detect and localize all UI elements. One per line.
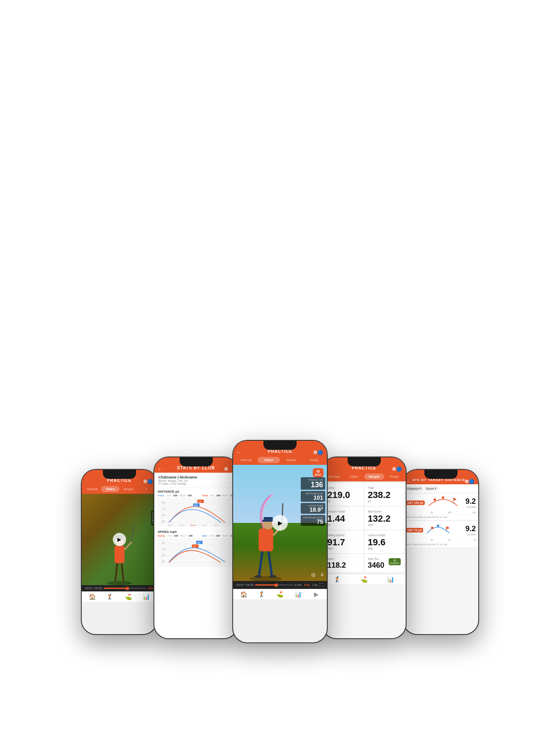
target-badge-2-or[interactable]: GET 70 yd — [406, 528, 423, 532]
distance-section-sl: DISTANCE yd Carry AVG 159 BEST 165 Total — [154, 488, 238, 528]
timeline-center: 03:57 / 06:30 0.25x 0.5x 1.0x ⛶ — [233, 581, 327, 589]
swing-label-sl: Swing AVG 159 BEST 165 — [158, 535, 192, 537]
nav-chart-c[interactable]: 📊 — [289, 591, 307, 598]
tab-simple-ol[interactable]: Simple — [119, 486, 137, 492]
tab-today-c[interactable]: Today — [303, 457, 326, 463]
spin-content-sr: Spin Ra... 3460 — [368, 557, 385, 569]
screen-second-right: PRACTICE ⚙ 🔵 Normal Video Simple Today C… — [322, 457, 406, 638]
gear-icon-sl[interactable]: ⚙ — [224, 466, 229, 472]
sort-controls-or: Distance ▾ Score ▾ — [403, 484, 478, 493]
svg-text:170: 170 — [162, 508, 166, 510]
timeline-bar-ol[interactable] — [104, 588, 146, 589]
tab-simple-c[interactable]: Simple — [280, 457, 303, 463]
target-row-1-or: GET 150 yd — [403, 494, 478, 520]
score-2-or: 9.2 SCORE — [465, 525, 476, 536]
list-icon-c[interactable]: ≡ — [321, 572, 324, 578]
carry-value-sr: 219.0 — [327, 491, 360, 500]
bt-icon-c[interactable]: 🔵 — [317, 450, 324, 455]
svg-point-41 — [269, 575, 277, 578]
screen-outer-right: ← ATS BY TARGET DISTANCE... ⚙ 🔵 Distance… — [403, 470, 478, 634]
nav-golf-sr[interactable]: 🏌 — [324, 576, 351, 583]
back-icon-sl[interactable]: ← — [158, 466, 163, 471]
tab-t-ol[interactable]: T — [137, 486, 155, 492]
phone-notch-sl — [180, 457, 213, 466]
svg-line-38 — [259, 549, 263, 576]
launch-overlay: Launch Angle 18.9° — [301, 503, 325, 514]
nav-flag-c[interactable]: ⛳ — [271, 591, 289, 598]
tab-video-sr[interactable]: Video — [344, 474, 364, 480]
svg-text:150: 150 — [162, 560, 166, 563]
bt-icon-ol[interactable]: 🔵 — [147, 479, 153, 484]
carry-unit-sr: yd — [327, 500, 360, 503]
svg-text:159: 159 — [193, 545, 197, 548]
svg-point-40 — [255, 575, 262, 578]
total-label-sr: Total — [368, 486, 401, 489]
golfer-swing-svg — [239, 490, 293, 581]
target-chart-1-or — [426, 496, 464, 510]
nav-play-c[interactable]: ▶ — [307, 591, 325, 598]
apex-value-sr: 118.2 — [327, 561, 360, 569]
timeline-bar-c[interactable] — [255, 584, 293, 586]
nav-home-ol[interactable]: 🏠 — [83, 593, 101, 600]
phone-outer-right: ← ATS BY TARGET DISTANCE... ⚙ 🔵 Distance… — [402, 469, 479, 635]
svg-rect-3 — [114, 546, 124, 563]
svg-line-39 — [268, 549, 272, 576]
target-row-1-header: GET 150 yd — [403, 494, 478, 511]
bt-icon-or[interactable]: 🔵 — [469, 479, 475, 484]
chart-1-svg — [426, 496, 460, 508]
speed-05-c[interactable]: 0.5x — [304, 583, 310, 586]
svg-text:169: 169 — [198, 500, 202, 503]
clubs-2-or: LW-2 170yd SW-116.2yd LW-TTL 14.7yd — [403, 542, 478, 547]
nav-chart-sr[interactable]: 📊 — [377, 576, 404, 583]
launch-value-sr: 19.6 — [368, 538, 401, 547]
speed-ol[interactable]: 0.5x — [148, 587, 153, 590]
expand-icon-c[interactable]: ⛶ — [319, 583, 324, 587]
launch-label-sr: Launch Angle — [368, 534, 401, 537]
chart-2-svg — [425, 523, 458, 535]
tab-simple-sr[interactable]: Simple — [364, 474, 384, 480]
nav-golf-c[interactable]: 🏌 — [253, 591, 271, 598]
tab-normal-c[interactable]: Normal — [235, 457, 258, 463]
tab-normal-ol[interactable]: Normal — [83, 486, 101, 492]
total-value-sr: 238.2 — [368, 491, 401, 500]
play-btn-center[interactable]: ▶ — [272, 515, 288, 531]
speed-10-c[interactable]: 1.0x — [312, 583, 318, 586]
tab-video-ol[interactable]: Video — [101, 486, 119, 492]
target-badge-1-or[interactable]: GET 150 yd — [406, 500, 425, 505]
svg-text:Apr 07: Apr 07 — [191, 524, 196, 526]
bottom-nav-ol: 🏠 🏌 ⛳ 📊 — [82, 591, 157, 602]
play-btn-ol[interactable]: ▶ — [113, 533, 126, 546]
phone-notch-sr — [348, 457, 381, 466]
svg-text:180: 180 — [162, 501, 166, 504]
video-bg-center[interactable]: i9 BRST Distance (yd) 136 Ball Speed mph… — [233, 465, 327, 581]
screen-second-left: ← STATS BY CLUB ⚙ Clubname | Nickname Br… — [154, 457, 238, 638]
club-info-sl: Clubname | Nickname Brand, Model, Loft, … — [154, 473, 238, 488]
xaxis-1-or: 0 50 100 150 — [403, 511, 478, 515]
speed-025-c[interactable]: 0.25x — [295, 583, 302, 586]
svg-text:160: 160 — [162, 514, 166, 516]
nav-flag-sr[interactable]: ⛳ — [351, 576, 377, 583]
sort-distance-or[interactable]: Distance ▾ — [406, 486, 423, 491]
tabs-ol: Normal Video Simple T — [82, 485, 157, 494]
spin-row-sr: Spin Ra... 3460 i9 GENERIC — [368, 557, 401, 569]
nav-flag-ol[interactable]: ⛳ — [119, 593, 137, 600]
swingspeed-label-sr: Swing Speed — [327, 534, 360, 537]
video-bg-ol[interactable]: ▶ L C U R 7 — [82, 494, 157, 585]
back-icon-c[interactable]: ← — [236, 450, 241, 455]
back-icon-or[interactable]: ← — [407, 479, 411, 484]
tab-today-sr[interactable]: Today — [384, 474, 404, 480]
tab-video-c[interactable]: Video — [258, 457, 280, 463]
settings-circle-c[interactable]: ◎ — [311, 572, 315, 578]
bt-icon-sr[interactable]: 🔵 — [396, 466, 402, 472]
phone-outer-left: PRACTICE ⚙ 🔵 Normal Video Simple T — [81, 469, 158, 635]
golfer-svg-ol — [101, 519, 138, 585]
distance-overlay: Distance (yd) 136 — [301, 477, 325, 490]
phone-second-right: PRACTICE ⚙ 🔵 Normal Video Simple Today C… — [321, 456, 407, 639]
sort-score-or[interactable]: Score ▾ — [424, 486, 438, 491]
simple-stats-sr: Carry 219.0 yd Total 238.2 yd Smash Fact… — [322, 481, 406, 574]
stat-spin-sr: Spin Ra... 3460 i9 GENERIC — [365, 554, 404, 572]
nav-chart-ol[interactable]: 📊 — [137, 593, 155, 600]
nav-golf-ol[interactable]: 🏌 — [101, 593, 119, 600]
nav-home-c[interactable]: 🏠 — [235, 591, 253, 598]
smash-unit-sr: yd — [327, 523, 360, 526]
